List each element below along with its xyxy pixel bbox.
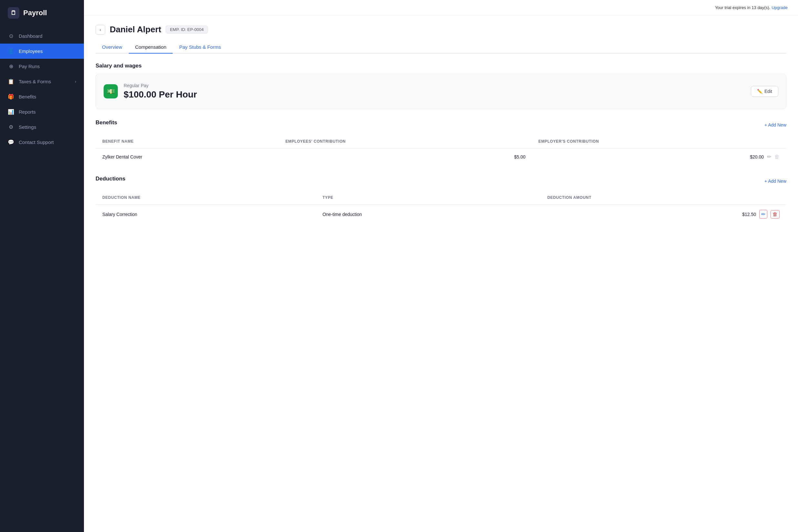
benefits-col-employee-contrib: EMPLOYEES' CONTRIBUTION bbox=[279, 135, 532, 149]
app-icon: 🗒 bbox=[8, 7, 19, 19]
back-button[interactable]: ‹ bbox=[96, 25, 105, 35]
deductions-col-type: TYPE bbox=[316, 191, 541, 205]
benefits-add-new-button[interactable]: + Add New bbox=[764, 122, 786, 128]
pencil-icon: ✏️ bbox=[757, 89, 762, 94]
table-row: Zylker Dental Cover $5.00 $20.00 ✏ 🗑 bbox=[96, 149, 786, 165]
table-row: Salary Correction One-time deduction $12… bbox=[96, 205, 786, 224]
sidebar-item-label: Pay Runs bbox=[19, 63, 40, 69]
benefits-table: BENEFIT NAME EMPLOYEES' CONTRIBUTION EMP… bbox=[96, 134, 786, 165]
sidebar-item-label: Taxes & Forms bbox=[19, 79, 51, 84]
deductions-add-new-button[interactable]: + Add New bbox=[764, 178, 786, 184]
upgrade-link[interactable]: Upgrade bbox=[772, 5, 788, 10]
content-area: ‹ Daniel Alpert EMP. ID: EP-0004 Overvie… bbox=[84, 16, 798, 532]
sidebar-item-reports[interactable]: 📊 Reports bbox=[0, 104, 84, 119]
sidebar-item-employees[interactable]: 👤 Employees bbox=[0, 43, 84, 59]
employee-contribution: $5.00 bbox=[279, 149, 532, 165]
deduction-type: One-time deduction bbox=[316, 205, 541, 224]
contact-support-icon: 💬 bbox=[8, 139, 14, 145]
sidebar-item-contact-support[interactable]: 💬 Contact Support bbox=[0, 135, 84, 150]
reports-icon: 📊 bbox=[8, 109, 14, 115]
employees-icon: 👤 bbox=[8, 48, 14, 54]
benefit-name: Zylker Dental Cover bbox=[96, 149, 279, 165]
benefits-title: Benefits bbox=[96, 119, 117, 126]
salary-section-title: Salary and wages bbox=[96, 63, 786, 69]
taxes-icon: 📋 bbox=[8, 78, 14, 84]
sidebar-item-pay-runs[interactable]: ⊕ Pay Runs bbox=[0, 59, 84, 74]
edit-benefit-icon[interactable]: ✏ bbox=[767, 154, 771, 160]
deductions-col-name: DEDUCTION NAME bbox=[96, 191, 316, 205]
employer-contribution-amount: $20.00 bbox=[750, 154, 764, 159]
deduction-name: Salary Correction bbox=[96, 205, 316, 224]
benefits-section-header: Benefits + Add New bbox=[96, 119, 786, 130]
tab-compensation[interactable]: Compensation bbox=[129, 41, 173, 54]
deduction-amount: $12.50 bbox=[742, 212, 756, 217]
employer-contribution-cell: $20.00 ✏ 🗑 bbox=[532, 149, 786, 165]
pay-type-label: Regular Pay bbox=[124, 83, 745, 88]
tab-pay-stubs-forms[interactable]: Pay Stubs & Forms bbox=[173, 41, 227, 54]
edit-label: Edit bbox=[764, 89, 772, 94]
sidebar-item-label: Settings bbox=[19, 124, 36, 130]
sidebar-item-label: Contact Support bbox=[19, 139, 54, 145]
tab-overview[interactable]: Overview bbox=[96, 41, 129, 54]
deductions-section-header: Deductions + Add New bbox=[96, 176, 786, 187]
delete-benefit-icon[interactable]: 🗑 bbox=[775, 154, 780, 160]
sidebar-item-taxes-forms[interactable]: 📋 Taxes & Forms › bbox=[0, 74, 84, 89]
emp-id-badge: EMP. ID: EP-0004 bbox=[166, 25, 208, 34]
sidebar-item-settings[interactable]: ⚙ Settings bbox=[0, 119, 84, 135]
sidebar-item-benefits[interactable]: 🎁 Benefits bbox=[0, 89, 84, 104]
benefits-col-employer-contrib: EMPLOYER'S CONTRIBUTION bbox=[532, 135, 786, 149]
page-header: ‹ Daniel Alpert EMP. ID: EP-0004 bbox=[96, 24, 786, 35]
edit-deduction-icon[interactable]: ✏ bbox=[759, 210, 767, 218]
sidebar-item-label: Benefits bbox=[19, 94, 36, 99]
tab-bar: Overview Compensation Pay Stubs & Forms bbox=[96, 41, 786, 54]
sidebar-nav: ⊙ Dashboard 👤 Employees ⊕ Pay Runs 📋 Tax… bbox=[0, 26, 84, 532]
settings-icon: ⚙ bbox=[8, 124, 14, 130]
sidebar-item-dashboard[interactable]: ⊙ Dashboard bbox=[0, 28, 84, 43]
deductions-table: DEDUCTION NAME TYPE DEDUCTION AMOUNT Sal… bbox=[96, 190, 786, 224]
topbar: Your trial expires in 13 day(s). Upgrade bbox=[84, 0, 798, 16]
benefits-col-name: BENEFIT NAME bbox=[96, 135, 279, 149]
pay-runs-icon: ⊕ bbox=[8, 63, 14, 70]
app-name: Payroll bbox=[23, 9, 47, 17]
deductions-col-amount: DEDUCTION AMOUNT bbox=[541, 191, 786, 205]
pay-info: Regular Pay $100.00 Per Hour bbox=[124, 83, 745, 100]
sidebar-item-label: Employees bbox=[19, 49, 43, 54]
dashboard-icon: ⊙ bbox=[8, 33, 14, 39]
chevron-right-icon: › bbox=[75, 79, 76, 84]
sidebar-item-label: Dashboard bbox=[19, 33, 42, 39]
deduction-amount-cell: $12.50 ✏ 🗑 bbox=[541, 205, 786, 224]
edit-pay-button[interactable]: ✏️ Edit bbox=[751, 86, 778, 97]
regular-pay-icon: 💵 bbox=[103, 84, 118, 98]
sidebar: 🗒 Payroll ⊙ Dashboard 👤 Employees ⊕ Pay … bbox=[0, 0, 84, 532]
delete-deduction-icon[interactable]: 🗑 bbox=[771, 210, 780, 218]
pay-amount: $100.00 Per Hour bbox=[124, 90, 745, 100]
benefits-icon: 🎁 bbox=[8, 94, 14, 100]
deductions-title: Deductions bbox=[96, 176, 126, 182]
main-content: Your trial expires in 13 day(s). Upgrade… bbox=[84, 0, 798, 532]
trial-text: Your trial expires in 13 day(s). bbox=[715, 5, 771, 10]
app-logo: 🗒 Payroll bbox=[0, 0, 84, 26]
sidebar-item-label: Reports bbox=[19, 109, 36, 115]
employee-name: Daniel Alpert bbox=[110, 24, 161, 35]
salary-card: 💵 Regular Pay $100.00 Per Hour ✏️ Edit bbox=[96, 74, 786, 109]
